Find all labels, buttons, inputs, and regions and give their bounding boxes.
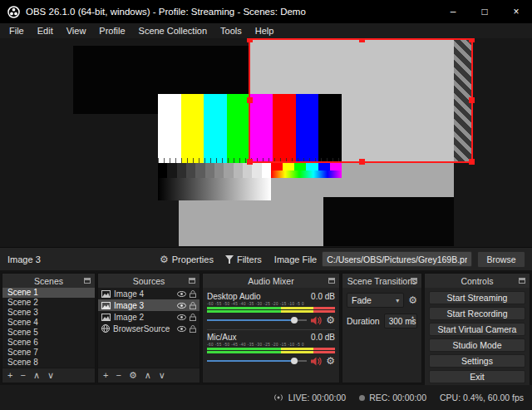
visibility-eye-icon[interactable] xyxy=(177,326,186,332)
resize-handle-top-right[interactable] xyxy=(469,38,475,42)
performance-stats: CPU: 0.4%, 60.00 fps xyxy=(440,393,524,403)
rec-timer: REC: 00:00:00 xyxy=(369,393,426,403)
mute-button[interactable] xyxy=(311,357,322,366)
transition-properties-gear-icon[interactable]: ⚙ xyxy=(408,295,417,305)
studio-mode-button[interactable]: Studio Mode xyxy=(429,338,525,352)
mute-button[interactable] xyxy=(311,316,322,325)
settings-button[interactable]: Settings xyxy=(429,354,525,368)
filter-icon xyxy=(225,255,234,264)
menu-help[interactable]: Help xyxy=(249,23,281,38)
volume-slider[interactable] xyxy=(207,316,307,324)
scenes-panel-header[interactable]: Scenes xyxy=(2,274,95,288)
dock-float-icon[interactable] xyxy=(328,278,335,284)
exit-button[interactable]: Exit xyxy=(429,370,525,383)
dock-float-icon[interactable] xyxy=(519,278,525,284)
resize-handle-bottom-middle[interactable] xyxy=(359,159,365,165)
selected-source-outline[interactable] xyxy=(249,38,473,163)
scene-list-item[interactable]: Scene 5 xyxy=(2,328,95,338)
scene-transitions-title: Scene Transitions xyxy=(347,276,416,286)
scene-transitions-header[interactable]: Scene Transitions xyxy=(342,274,421,288)
scene-list-item[interactable]: Scene 3 xyxy=(2,308,95,318)
resize-handle-top-middle[interactable] xyxy=(359,38,365,42)
controls-body: Start Streaming Start Recording Start Vi… xyxy=(425,288,530,387)
lock-icon[interactable] xyxy=(190,314,196,321)
duration-spinner[interactable]: 300 ms ▲ ▼ xyxy=(384,314,417,328)
source-list-item[interactable]: Image 3 xyxy=(98,299,200,311)
scenes-list: Scene 1 Scene 2 Scene 3 Scene 4 Scene 5 … xyxy=(2,288,95,368)
resize-handle-bottom-right[interactable] xyxy=(469,159,475,165)
mixer-channel-mic-aux: Mic/Aux 0.0 dB -60 -55 -50 -45 -40 -35 -… xyxy=(207,329,335,367)
visibility-eye-icon[interactable] xyxy=(177,303,186,309)
channel-settings-gear-icon[interactable]: ⚙ xyxy=(326,356,335,366)
start-streaming-button[interactable]: Start Streaming xyxy=(429,291,525,304)
remove-scene-button[interactable]: − xyxy=(20,371,25,380)
image-file-path-input[interactable] xyxy=(322,251,472,267)
lock-icon[interactable] xyxy=(190,302,196,309)
slider-handle[interactable] xyxy=(291,358,298,364)
dock-float-icon[interactable] xyxy=(189,278,195,284)
scene-up-button[interactable]: ∧ xyxy=(33,371,40,380)
start-recording-button[interactable]: Start Recording xyxy=(429,307,525,320)
maximize-button[interactable]: □ xyxy=(469,0,500,23)
resize-handle-top-left[interactable] xyxy=(247,38,253,42)
menu-profile[interactable]: Profile xyxy=(92,23,131,38)
transition-select[interactable]: Fade ▾ xyxy=(347,293,404,308)
scene-list-item[interactable]: Scene 6 xyxy=(2,338,95,348)
filters-label: Filters xyxy=(237,254,262,264)
menu-view[interactable]: View xyxy=(60,23,93,38)
source-black-rect-bottom[interactable] xyxy=(323,197,454,246)
sources-panel-header[interactable]: Sources xyxy=(98,274,200,288)
menu-scene-collection[interactable]: Scene Collection xyxy=(132,23,214,38)
controls-panel-header[interactable]: Controls xyxy=(425,274,530,288)
preview-canvas[interactable] xyxy=(0,38,532,247)
menu-tools[interactable]: Tools xyxy=(214,23,249,38)
resize-handle-bottom-left[interactable] xyxy=(247,159,253,165)
cpu-fps-text: CPU: 0.4%, 60.00 fps xyxy=(440,393,524,403)
resize-handle-middle-left[interactable] xyxy=(247,97,253,103)
scene-down-button[interactable]: ∨ xyxy=(47,371,54,380)
broadcast-icon xyxy=(273,393,284,402)
dock-float-icon[interactable] xyxy=(411,278,417,284)
menu-edit[interactable]: Edit xyxy=(31,23,60,38)
visibility-eye-icon[interactable] xyxy=(177,291,186,297)
slider-handle[interactable] xyxy=(291,317,298,324)
source-toolbar: Image 3 ⚙ Properties Filters Image File … xyxy=(0,247,532,270)
dock-float-icon[interactable] xyxy=(84,278,91,284)
browse-button[interactable]: Browse xyxy=(477,251,525,268)
channel-settings-gear-icon[interactable]: ⚙ xyxy=(326,315,335,325)
source-list-item[interactable]: Image 2 xyxy=(98,311,200,323)
menu-file[interactable]: File xyxy=(2,23,31,38)
start-virtual-camera-button[interactable]: Start Virtual Camera xyxy=(429,323,525,336)
source-down-button[interactable]: ∨ xyxy=(159,371,165,380)
properties-button[interactable]: ⚙ Properties xyxy=(154,250,219,269)
scene-list-item[interactable]: Scene 8 xyxy=(2,358,95,368)
spin-down-icon[interactable]: ▼ xyxy=(411,319,415,324)
sources-title: Sources xyxy=(133,276,165,286)
scene-list-item[interactable]: Scene 4 xyxy=(2,318,95,328)
resize-handle-middle-right[interactable] xyxy=(469,97,475,103)
lock-icon[interactable] xyxy=(190,325,196,333)
close-button[interactable]: × xyxy=(500,0,532,23)
audio-mixer-title: Audio Mixer xyxy=(248,276,293,286)
add-source-button[interactable]: + xyxy=(103,371,108,380)
filters-button[interactable]: Filters xyxy=(219,250,268,269)
visibility-eye-icon[interactable] xyxy=(177,314,186,320)
scene-list-item[interactable]: Scene 2 xyxy=(2,298,95,308)
mini-color-strips xyxy=(271,163,342,178)
scenes-toolbar: + − ∧ ∨ xyxy=(2,368,95,383)
source-properties-gear-icon[interactable]: ⚙ xyxy=(129,371,137,380)
minimize-button[interactable]: – xyxy=(437,0,469,23)
volume-slider[interactable] xyxy=(207,357,307,365)
add-scene-button[interactable]: + xyxy=(7,371,12,380)
audio-mixer-header[interactable]: Audio Mixer xyxy=(203,274,339,288)
grayscale-ramp xyxy=(158,178,271,200)
scene-list-item[interactable]: Scene 1 xyxy=(2,288,95,298)
scenes-panel: Scenes Scene 1 Scene 2 Scene 3 Scene 4 S… xyxy=(2,273,96,383)
grayscale-steps xyxy=(158,163,271,178)
source-up-button[interactable]: ∧ xyxy=(145,371,151,380)
source-list-item[interactable]: BrowserSource xyxy=(98,323,200,334)
lock-icon[interactable] xyxy=(190,290,196,298)
scene-list-item[interactable]: Scene 7 xyxy=(2,348,95,358)
source-list-item[interactable]: Image 4 xyxy=(98,288,200,299)
remove-source-button[interactable]: − xyxy=(116,371,121,380)
